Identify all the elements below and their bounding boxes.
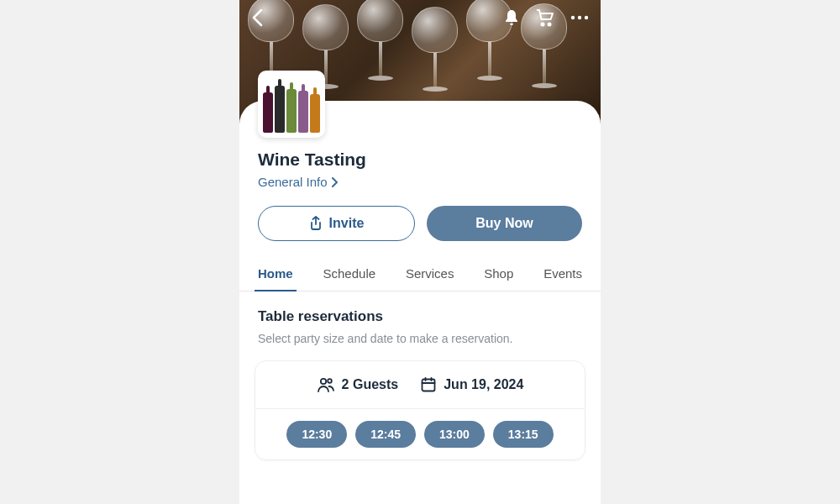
share-icon [309, 216, 323, 231]
svg-rect-7 [423, 380, 435, 391]
cart-icon[interactable] [535, 8, 555, 27]
general-info-label: General Info [258, 175, 328, 189]
tab-bar: Home Schedule Services Shop Events [239, 260, 601, 291]
app-viewport: Wine Tasting General Info Invite Buy Now… [239, 0, 601, 504]
svg-point-1 [549, 24, 551, 26]
back-button[interactable] [251, 8, 263, 27]
svg-point-6 [328, 379, 332, 383]
invite-label: Invite [329, 216, 365, 231]
tab-home[interactable]: Home [255, 260, 297, 291]
bell-icon[interactable] [503, 8, 520, 27]
svg-point-3 [578, 16, 581, 19]
tab-events[interactable]: Events [540, 260, 585, 291]
time-slot[interactable]: 13:15 [493, 421, 554, 448]
buy-now-button[interactable]: Buy Now [427, 206, 582, 241]
more-icon[interactable] [570, 15, 589, 20]
time-slot[interactable]: 13:00 [424, 421, 485, 448]
date-value: Jun 19, 2024 [444, 377, 523, 392]
reservation-card: 2 Guests Jun 19, 2024 12:30 12:45 13:00 … [255, 360, 585, 460]
time-slots: 12:30 12:45 13:00 13:15 [255, 409, 585, 459]
tab-services[interactable]: Services [402, 260, 458, 291]
guests-icon [317, 376, 335, 393]
svg-point-4 [585, 16, 588, 19]
calendar-icon [420, 376, 437, 393]
time-slot[interactable]: 12:45 [355, 421, 416, 448]
svg-point-0 [542, 24, 544, 26]
time-slot[interactable]: 12:30 [286, 421, 347, 448]
reservations-subtext: Select party size and date to make a res… [258, 332, 582, 345]
tab-schedule[interactable]: Schedule [320, 260, 380, 291]
tab-shop[interactable]: Shop [480, 260, 517, 291]
page-title: Wine Tasting [258, 150, 582, 170]
guests-value: 2 Guests [342, 377, 399, 392]
invite-button[interactable]: Invite [258, 206, 415, 241]
chevron-right-icon [331, 177, 338, 187]
top-bar [239, 8, 601, 27]
date-selector[interactable]: Jun 19, 2024 [420, 376, 523, 393]
svg-point-2 [571, 16, 575, 19]
business-logo [258, 71, 325, 138]
guests-selector[interactable]: 2 Guests [317, 376, 399, 393]
buy-label: Buy Now [475, 216, 533, 231]
general-info-link[interactable]: General Info [258, 175, 582, 189]
svg-point-5 [320, 379, 325, 384]
reservations-heading: Table reservations [258, 308, 582, 325]
content-sheet: Wine Tasting General Info Invite Buy Now… [239, 101, 601, 504]
